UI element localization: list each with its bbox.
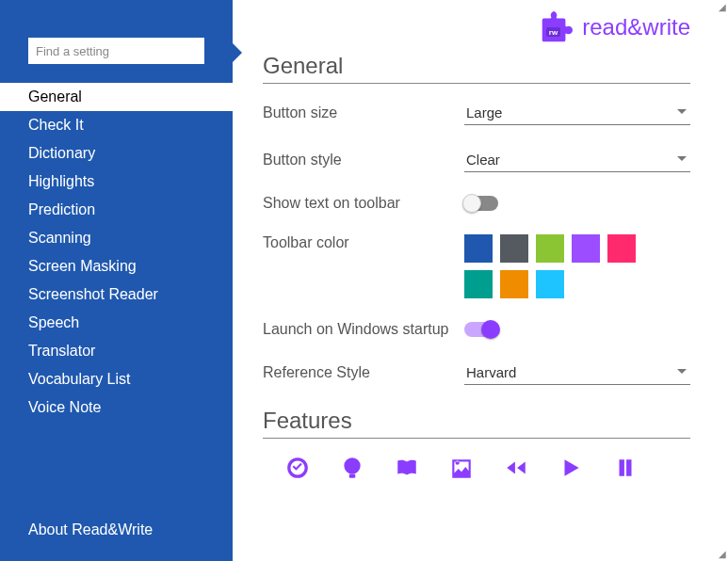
puzzle-icon: rw	[539, 11, 574, 43]
about-link[interactable]: About Read&Write	[0, 503, 233, 561]
toolbar-color-label: Toolbar color	[263, 234, 464, 251]
search-input[interactable]	[28, 38, 204, 64]
nav-screen-masking[interactable]: Screen Masking	[0, 252, 233, 280]
scroll-down-indicator[interactable]: ◢	[719, 549, 728, 559]
svg-text:rw: rw	[549, 28, 558, 37]
button-style-label: Button style	[263, 152, 464, 168]
section-title-features: Features	[263, 408, 690, 439]
section-title-general: General	[263, 53, 690, 84]
launch-toggle[interactable]	[464, 322, 498, 337]
rewind-icon[interactable]	[504, 456, 528, 480]
nav-vocabulary-list[interactable]: Vocabulary List	[0, 365, 233, 393]
scroll-up-indicator[interactable]: ◢	[719, 2, 728, 12]
brand-logo: rw read&write	[263, 11, 690, 43]
brand-text: read&write	[582, 14, 690, 40]
color-swatch-grey[interactable]	[500, 234, 528, 263]
nav-dictionary[interactable]: Dictionary	[0, 139, 233, 168]
book-icon[interactable]	[395, 456, 419, 480]
nav-speech[interactable]: Speech	[0, 309, 233, 337]
main-panel: rw read&write General Button size Large …	[233, 0, 728, 561]
svg-point-2	[344, 457, 360, 473]
toolbar-color-grid	[464, 234, 653, 298]
settings-nav: General Check It Dictionary Highlights P…	[0, 83, 233, 422]
nav-voice-note[interactable]: Voice Note	[0, 393, 233, 422]
color-swatch-teal[interactable]	[464, 270, 493, 298]
feature-icon-row	[263, 456, 690, 480]
svg-rect-3	[349, 474, 356, 478]
color-swatch-purple[interactable]	[572, 234, 600, 263]
nav-general[interactable]: General	[0, 83, 233, 111]
nav-scanning[interactable]: Scanning	[0, 224, 233, 252]
reference-style-select[interactable]: Harvard	[464, 361, 690, 385]
button-style-select[interactable]: Clear	[464, 148, 690, 172]
nav-check-it[interactable]: Check It	[0, 111, 233, 139]
button-size-select[interactable]: Large	[464, 101, 690, 125]
color-swatch-blue[interactable]	[464, 234, 493, 263]
color-swatch-orange[interactable]	[500, 270, 528, 298]
color-swatch-pink[interactable]	[607, 234, 636, 263]
image-icon[interactable]	[449, 456, 474, 480]
launch-label: Launch on Windows startup	[263, 321, 464, 338]
color-swatch-green[interactable]	[536, 234, 564, 263]
show-text-label: Show text on toolbar	[263, 195, 464, 212]
check-icon[interactable]	[285, 456, 310, 480]
nav-prediction[interactable]: Prediction	[0, 196, 233, 224]
pause-icon[interactable]	[613, 456, 638, 480]
globe-icon[interactable]	[340, 456, 364, 480]
button-size-label: Button size	[263, 104, 464, 121]
color-swatch-cyan[interactable]	[536, 270, 564, 298]
settings-sidebar: General Check It Dictionary Highlights P…	[0, 0, 233, 561]
reference-style-label: Reference Style	[263, 364, 464, 381]
nav-translator[interactable]: Translator	[0, 337, 233, 365]
play-icon[interactable]	[558, 456, 583, 480]
show-text-toggle[interactable]	[464, 196, 498, 211]
nav-screenshot-reader[interactable]: Screenshot Reader	[0, 280, 233, 309]
nav-highlights[interactable]: Highlights	[0, 168, 233, 196]
